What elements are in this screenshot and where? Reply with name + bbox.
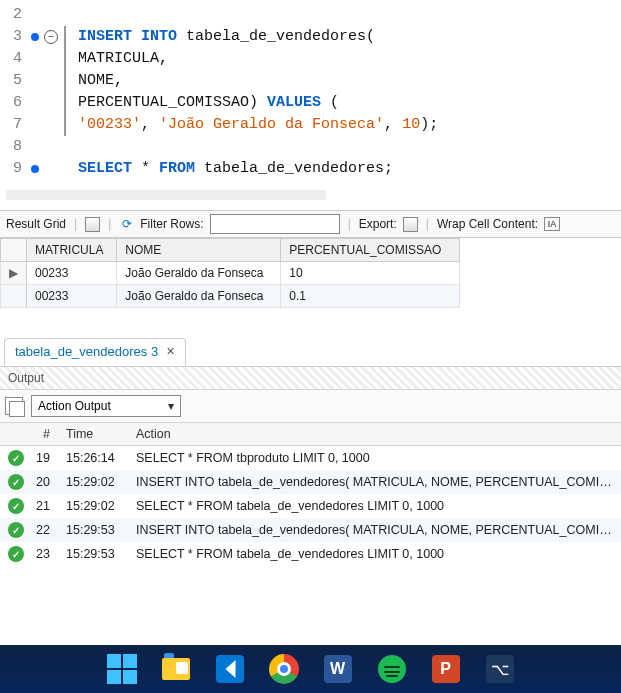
code-text: INSERT INTO tabela_de_vendedores( — [78, 26, 375, 48]
success-icon: ✓ — [8, 450, 24, 466]
row-indicator[interactable]: ▶ — [1, 262, 27, 285]
cell[interactable]: 00233 — [27, 285, 117, 308]
cell[interactable]: 00233 — [27, 262, 117, 285]
cell[interactable]: 10 — [281, 262, 460, 285]
chrome-icon — [269, 654, 299, 684]
chrome-button[interactable] — [266, 651, 302, 687]
tab-tabela-de-vendedores-3[interactable]: tabela_de_vendedores 3 ✕ — [4, 338, 186, 366]
copy-output-icon[interactable] — [5, 397, 23, 415]
start-button[interactable] — [104, 651, 140, 687]
word-icon: W — [324, 655, 352, 683]
line-number: 9 — [0, 158, 28, 180]
output-row-number: 23 — [24, 542, 58, 566]
editor-line[interactable]: 5NOME, — [0, 70, 621, 92]
output-row[interactable]: ✓2315:29:53SELECT * FROM tabela_de_vende… — [0, 542, 621, 566]
result-tabs: tabela_de_vendedores 3 ✕ — [0, 338, 621, 367]
output-row-number: 22 — [24, 518, 58, 542]
grid-view-icon[interactable] — [85, 217, 100, 232]
other-app-button[interactable]: ⌥ — [482, 651, 518, 687]
file-explorer-button[interactable] — [158, 651, 194, 687]
tab-label: tabela_de_vendedores 3 — [15, 344, 158, 359]
sql-editor[interactable]: 23−INSERT INTO tabela_de_vendedores(4MAT… — [0, 0, 621, 186]
cell[interactable]: 0.1 — [281, 285, 460, 308]
col-header-number: # — [24, 423, 58, 446]
spotify-icon — [378, 655, 406, 683]
output-toolbar: Action Output — [0, 390, 621, 423]
other-app-icon: ⌥ — [486, 655, 514, 683]
editor-line[interactable]: 3−INSERT INTO tabela_de_vendedores( — [0, 26, 621, 48]
output-row-action: SELECT * FROM tbproduto LIMIT 0, 1000 — [128, 446, 621, 471]
export-label: Export: — [359, 217, 397, 231]
output-row-time: 15:26:14 — [58, 446, 128, 471]
export-icon[interactable] — [403, 217, 418, 232]
output-row[interactable]: ✓2115:29:02SELECT * FROM tabela_de_vende… — [0, 494, 621, 518]
row-indicator[interactable] — [1, 285, 27, 308]
output-type-value: Action Output — [38, 399, 111, 413]
cell[interactable]: João Geraldo da Fonseca — [117, 285, 281, 308]
wrap-cell-label: Wrap Cell Content: — [437, 217, 538, 231]
output-row-action: INSERT INTO tabela_de_vendedores( MATRIC… — [128, 470, 621, 494]
col-header-action: Action — [128, 423, 621, 446]
editor-horizontal-scrollbar[interactable] — [6, 190, 326, 200]
output-row-number: 21 — [24, 494, 58, 518]
output-type-dropdown[interactable]: Action Output — [31, 395, 181, 417]
line-number: 6 — [0, 92, 28, 114]
editor-line[interactable]: 6PERCENTUAL_COMISSAO) VALUES ( — [0, 92, 621, 114]
word-button[interactable]: W — [320, 651, 356, 687]
result-grid-toolbar: Result Grid | | ⟳ Filter Rows: | Export:… — [0, 210, 621, 238]
output-row-time: 15:29:53 — [58, 542, 128, 566]
output-log[interactable]: # Time Action ✓1915:26:14SELECT * FROM t… — [0, 423, 621, 566]
code-text: PERCENTUAL_COMISSAO) VALUES ( — [78, 92, 339, 114]
line-number: 3 — [0, 26, 28, 48]
output-row-time: 15:29:02 — [58, 494, 128, 518]
column-header[interactable]: MATRICULA — [27, 239, 117, 262]
success-icon: ✓ — [8, 546, 24, 562]
code-text: '00233', 'João Geraldo da Fonseca', 10); — [78, 114, 438, 136]
vscode-button[interactable] — [212, 651, 248, 687]
output-row-time: 15:29:02 — [58, 470, 128, 494]
output-row-action: SELECT * FROM tabela_de_vendedores LIMIT… — [128, 494, 621, 518]
output-row-number: 20 — [24, 470, 58, 494]
vscode-icon — [216, 655, 244, 683]
result-grid[interactable]: MATRICULANOMEPERCENTUAL_COMISSAO ▶00233J… — [0, 238, 460, 308]
success-icon: ✓ — [8, 498, 24, 514]
cell[interactable]: João Geraldo da Fonseca — [117, 262, 281, 285]
editor-line[interactable]: 8 — [0, 136, 621, 158]
editor-line[interactable]: 2 — [0, 4, 621, 26]
success-icon: ✓ — [8, 522, 24, 538]
column-header[interactable]: PERCENTUAL_COMISSAO — [281, 239, 460, 262]
output-title: Output — [0, 367, 621, 390]
spotify-button[interactable] — [374, 651, 410, 687]
code-text: NOME, — [78, 70, 123, 92]
table-row[interactable]: 00233João Geraldo da Fonseca0.1 — [1, 285, 460, 308]
editor-line[interactable]: 9SELECT * FROM tabela_de_vendedores; — [0, 158, 621, 180]
powerpoint-icon: P — [432, 655, 460, 683]
col-header-time: Time — [58, 423, 128, 446]
output-row[interactable]: ✓2215:29:53INSERT INTO tabela_de_vendedo… — [0, 518, 621, 542]
file-explorer-icon — [162, 658, 190, 680]
fold-toggle-icon[interactable]: − — [44, 30, 58, 44]
line-number: 8 — [0, 136, 28, 158]
line-number: 7 — [0, 114, 28, 136]
output-row[interactable]: ✓2015:29:02INSERT INTO tabela_de_vendedo… — [0, 470, 621, 494]
output-row-action: SELECT * FROM tabela_de_vendedores LIMIT… — [128, 542, 621, 566]
editor-line[interactable]: 7'00233', 'João Geraldo da Fonseca', 10)… — [0, 114, 621, 136]
table-row[interactable]: ▶00233João Geraldo da Fonseca10 — [1, 262, 460, 285]
statement-marker-icon — [31, 165, 39, 173]
result-grid-label: Result Grid — [6, 217, 66, 231]
wrap-cell-icon[interactable]: IA — [544, 217, 560, 231]
output-row-time: 15:29:53 — [58, 518, 128, 542]
filter-rows-input[interactable] — [210, 214, 340, 234]
line-number: 5 — [0, 70, 28, 92]
editor-line[interactable]: 4MATRICULA, — [0, 48, 621, 70]
output-row[interactable]: ✓1915:26:14SELECT * FROM tbproduto LIMIT… — [0, 446, 621, 471]
filter-rows-label: Filter Rows: — [140, 217, 203, 231]
powerpoint-button[interactable]: P — [428, 651, 464, 687]
column-header[interactable]: NOME — [117, 239, 281, 262]
refresh-icon[interactable]: ⟳ — [119, 217, 134, 232]
line-number: 4 — [0, 48, 28, 70]
close-icon[interactable]: ✕ — [166, 345, 175, 358]
statement-marker-icon — [31, 33, 39, 41]
windows-logo-icon — [107, 654, 137, 684]
windows-taskbar[interactable]: W P ⌥ — [0, 645, 621, 693]
